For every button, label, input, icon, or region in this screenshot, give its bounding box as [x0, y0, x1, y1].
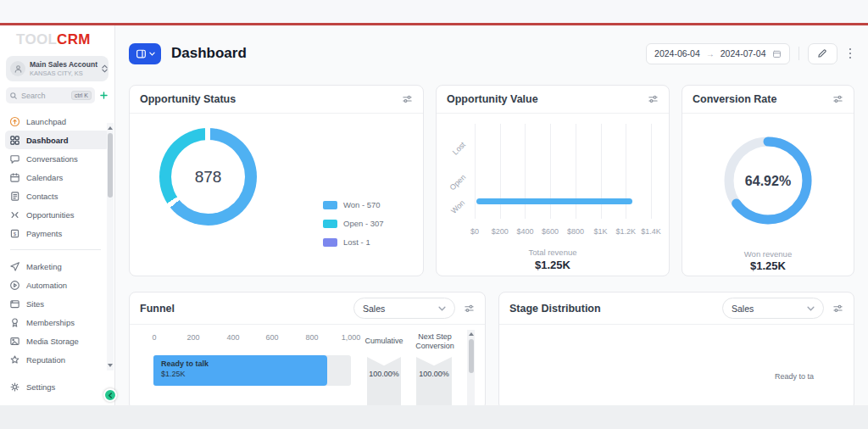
funnel-card: Funnel Sales 0 200 400	[129, 292, 486, 410]
quick-add-button[interactable]	[99, 91, 108, 100]
opportunity-status-donut: 878	[159, 128, 257, 226]
sidebar-item-label: Sites	[26, 299, 44, 309]
scroll-up-arrow[interactable]	[469, 332, 474, 336]
sidebar-item-label: Memberships	[26, 318, 75, 327]
conversion-rate-value: 64.92%	[682, 174, 854, 189]
sidebar-item-automation[interactable]: Automation	[5, 276, 109, 294]
edit-dashboard-button[interactable]	[808, 43, 837, 64]
search-placeholder: Search	[21, 92, 68, 100]
scrollbar-thumb[interactable]	[108, 133, 113, 198]
sidebar-item-label: Conversations	[26, 154, 78, 164]
scroll-up-arrow[interactable]	[108, 126, 113, 130]
total-revenue-value: $1.25K	[437, 259, 669, 271]
send-icon	[9, 261, 20, 272]
sidebar-item-settings[interactable]: Settings	[5, 377, 109, 396]
logo-text-red: CRM	[57, 31, 91, 47]
chevron-down-icon	[438, 306, 446, 311]
legend-swatch	[323, 238, 337, 247]
dashboard-content: Dashboard 2024-06-04 → 2024-07-04	[115, 25, 868, 410]
sidebar-item-dashboard[interactable]: Dashboard	[5, 131, 109, 149]
sidebar-item-label: Reputation	[26, 355, 65, 365]
sidebar-item-launchpad[interactable]: Launchpad	[5, 112, 109, 131]
image-icon	[9, 336, 20, 347]
next-step-column-header: Next Step Conversion	[410, 332, 459, 351]
sidebar-divider	[10, 249, 101, 250]
sidebar-item-marketing[interactable]: Marketing	[5, 257, 109, 276]
filter-settings-icon[interactable]	[402, 94, 413, 104]
svg-text:$: $	[14, 231, 17, 236]
donut-chart-area: 878 Won - 570 Open - 307 Lost - 1	[130, 114, 423, 276]
sidebar-collapse-button[interactable]	[103, 388, 117, 402]
legend-label: Open - 307	[343, 219, 384, 228]
sidebar-item-payments[interactable]: $ Payments	[5, 224, 109, 242]
card-title: Opportunity Status	[140, 93, 236, 105]
funnel-chart-area: 0 200 400 600 800 1,000 Cumulative Next …	[130, 325, 485, 410]
main-area: Dashboard 2024-06-04 → 2024-07-04	[115, 25, 868, 405]
funnel-stage-track: Ready to talk $1.25K	[153, 355, 351, 386]
header-divider	[798, 47, 799, 60]
sidebar: TOOLCRM Main Sales Account KANSAS CITY, …	[0, 25, 115, 405]
chart-legend: Won - 570 Open - 307 Lost - 1	[323, 200, 384, 247]
sidebar-item-media-storage[interactable]: Media Storage	[5, 332, 109, 350]
funnel-stage-value: $1.25K	[161, 370, 327, 378]
arrow-right-icon: →	[706, 49, 715, 58]
legend-label: Lost - 1	[343, 237, 370, 247]
account-switcher[interactable]: Main Sales Account KANSAS CITY, KS	[6, 56, 108, 81]
search-icon	[9, 92, 18, 100]
legend-item-won[interactable]: Won - 570	[323, 200, 384, 209]
scroll-down-arrow[interactable]	[108, 364, 113, 367]
account-name: Main Sales Account	[30, 60, 97, 69]
more-options-button[interactable]	[846, 46, 855, 62]
dashboard-icon	[9, 135, 20, 146]
sidebar-nav: Launchpad Dashboard Conversations Calend…	[0, 112, 114, 369]
sidebar-item-conversations[interactable]: Conversations	[5, 149, 109, 168]
payments-icon: $	[9, 228, 20, 239]
plus-icon	[99, 91, 108, 100]
filter-settings-icon[interactable]	[832, 94, 843, 104]
filter-settings-icon[interactable]	[464, 304, 475, 314]
opportunities-icon	[9, 209, 20, 220]
card-header: Opportunity Status	[130, 86, 423, 114]
filter-settings-icon[interactable]	[648, 94, 659, 104]
sidebar-item-label: Calendars	[26, 173, 63, 182]
stage-distribution-card: Stage Distribution Sales Ready to ta	[498, 292, 854, 410]
legend-item-lost[interactable]: Lost - 1	[323, 237, 384, 247]
stage-axis-label-partial: Ready to ta	[775, 372, 814, 381]
funnel-pipeline-select[interactable]: Sales	[353, 298, 455, 319]
browser-top-strip	[0, 0, 868, 23]
chart-gridlines	[475, 124, 651, 219]
sidebar-item-opportunities[interactable]: Opportunities	[5, 205, 109, 224]
calendar-icon	[9, 172, 20, 183]
sidebar-item-contacts[interactable]: Contacts	[5, 187, 109, 205]
filter-settings-icon[interactable]	[832, 304, 843, 314]
funnel-scrollbar[interactable]	[467, 330, 475, 410]
chevron-left-icon	[108, 393, 113, 398]
sidebar-item-label: Media Storage	[26, 337, 79, 346]
card-header: Funnel Sales	[130, 292, 485, 325]
play-circle-icon	[9, 280, 20, 291]
sidebar-scrollbar[interactable]	[107, 123, 114, 370]
chevron-down-icon	[149, 52, 155, 56]
sidebar-item-label: Marketing	[26, 262, 62, 271]
opportunity-value-card: Opportunity Value Lost Open Won	[436, 85, 670, 276]
sidebar-item-calendars[interactable]: Calendars	[5, 168, 109, 187]
sidebar-item-memberships[interactable]: Memberships	[5, 313, 109, 332]
cards-row-2: Funnel Sales 0 200 400	[129, 292, 854, 410]
conversion-rate-card: Conversion Rate 64.92% Won revenue $1.25…	[682, 85, 854, 276]
total-revenue-label: Total revenue	[437, 248, 669, 257]
legend-item-open[interactable]: Open - 307	[323, 219, 384, 228]
date-range-picker[interactable]: 2024-06-04 → 2024-07-04	[646, 43, 789, 64]
dashboard-switcher-button[interactable]	[129, 43, 161, 64]
contacts-icon	[9, 191, 20, 202]
sidebar-item-sites[interactable]: Sites	[5, 294, 109, 313]
scrollbar-thumb[interactable]	[469, 339, 474, 373]
search-input[interactable]: Search ctrl K	[6, 87, 95, 103]
sidebar-item-reputation[interactable]: Reputation	[5, 350, 109, 369]
card-title: Stage Distribution	[509, 303, 601, 315]
stage-pipeline-select[interactable]: Sales	[722, 298, 824, 319]
legend-swatch	[323, 220, 337, 228]
sidebar-item-label: Dashboard	[26, 136, 69, 145]
y-axis-label-lost: Lost	[451, 140, 467, 156]
funnel-stage-bar[interactable]: Ready to talk $1.25K	[153, 355, 327, 386]
bar-chart-area: Lost Open Won $0 $200 $400 $600 $800 $1K…	[437, 114, 669, 276]
